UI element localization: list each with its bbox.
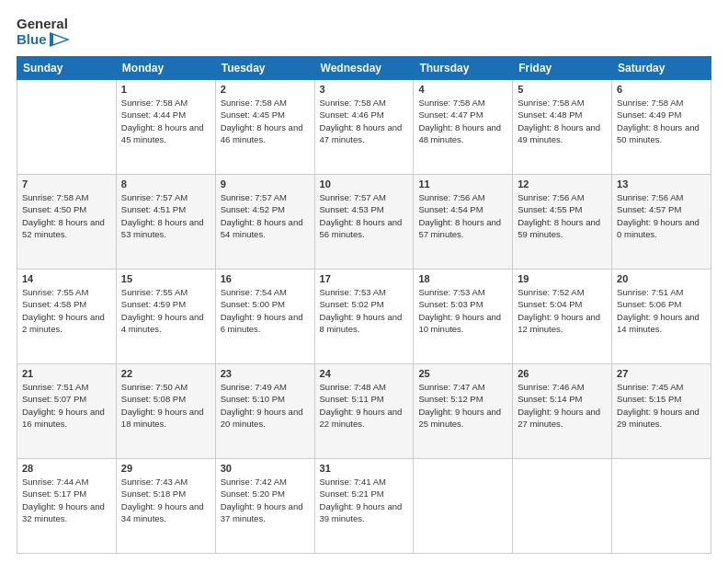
day-info: Sunrise: 7:46 AMSunset: 5:14 PMDaylight:… <box>518 381 607 430</box>
day-number: 11 <box>418 178 507 190</box>
day-info: Sunrise: 7:58 AMSunset: 4:44 PMDaylight:… <box>121 97 210 145</box>
day-info: Sunrise: 7:42 AMSunset: 5:20 PMDaylight:… <box>221 476 310 524</box>
calendar-page: General Blue SundayMondayTuesdayWednesda… <box>0 0 728 563</box>
day-info: Sunrise: 7:53 AMSunset: 5:02 PMDaylight:… <box>320 286 409 335</box>
day-info: Sunrise: 7:53 AMSunset: 5:03 PMDaylight:… <box>418 286 507 335</box>
day-number: 1 <box>121 84 210 95</box>
day-info: Sunrise: 7:57 AMSunset: 4:52 PMDaylight:… <box>221 191 310 240</box>
day-info: Sunrise: 7:56 AMSunset: 4:55 PMDaylight:… <box>518 191 607 240</box>
day-number: 13 <box>617 178 706 190</box>
calendar-table: SundayMondayTuesdayWednesdayThursdayFrid… <box>17 56 711 554</box>
calendar-cell: 12Sunrise: 7:56 AMSunset: 4:55 PMDayligh… <box>513 175 612 270</box>
day-number: 23 <box>221 368 310 379</box>
calendar-cell: 7Sunrise: 7:58 AMSunset: 4:50 PMDaylight… <box>17 175 117 270</box>
day-number: 6 <box>617 84 706 95</box>
day-number: 25 <box>418 368 507 379</box>
day-info: Sunrise: 7:51 AMSunset: 5:06 PMDaylight:… <box>617 286 706 335</box>
calendar-cell: 19Sunrise: 7:52 AMSunset: 5:04 PMDayligh… <box>513 270 612 364</box>
day-info: Sunrise: 7:58 AMSunset: 4:49 PMDaylight:… <box>617 97 706 145</box>
day-info: Sunrise: 7:50 AMSunset: 5:08 PMDaylight:… <box>121 381 210 430</box>
day-info: Sunrise: 7:56 AMSunset: 4:57 PMDaylight:… <box>617 191 706 240</box>
weekday-header-wednesday: Wednesday <box>314 57 414 80</box>
day-info: Sunrise: 7:55 AMSunset: 4:59 PMDaylight:… <box>121 286 210 335</box>
calendar-cell: 8Sunrise: 7:57 AMSunset: 4:51 PMDaylight… <box>116 175 215 270</box>
calendar-cell: 4Sunrise: 7:58 AMSunset: 4:47 PMDaylight… <box>414 80 513 175</box>
calendar-cell: 18Sunrise: 7:53 AMSunset: 5:03 PMDayligh… <box>414 270 513 364</box>
calendar-cell: 13Sunrise: 7:56 AMSunset: 4:57 PMDayligh… <box>612 175 711 270</box>
calendar-cell: 31Sunrise: 7:41 AMSunset: 5:21 PMDayligh… <box>314 459 414 554</box>
week-row-2: 14Sunrise: 7:55 AMSunset: 4:58 PMDayligh… <box>17 270 711 364</box>
day-number: 15 <box>121 273 210 284</box>
weekday-header-tuesday: Tuesday <box>215 57 314 80</box>
calendar-cell: 5Sunrise: 7:58 AMSunset: 4:48 PMDaylight… <box>513 80 612 175</box>
day-info: Sunrise: 7:49 AMSunset: 5:10 PMDaylight:… <box>221 381 310 430</box>
weekday-header-saturday: Saturday <box>612 57 711 80</box>
day-number: 30 <box>221 463 310 474</box>
day-number: 9 <box>221 178 310 190</box>
day-info: Sunrise: 7:41 AMSunset: 5:21 PMDaylight:… <box>320 476 409 524</box>
day-number: 20 <box>617 273 706 284</box>
week-row-4: 28Sunrise: 7:44 AMSunset: 5:17 PMDayligh… <box>17 459 711 554</box>
day-number: 14 <box>22 273 111 284</box>
day-info: Sunrise: 7:43 AMSunset: 5:18 PMDaylight:… <box>121 476 210 524</box>
calendar-cell: 29Sunrise: 7:43 AMSunset: 5:18 PMDayligh… <box>116 459 215 554</box>
logo: General Blue <box>17 17 70 47</box>
day-number: 10 <box>320 178 409 190</box>
week-row-3: 21Sunrise: 7:51 AMSunset: 5:07 PMDayligh… <box>17 364 711 459</box>
calendar-cell: 20Sunrise: 7:51 AMSunset: 5:06 PMDayligh… <box>612 270 711 364</box>
weekday-header-thursday: Thursday <box>414 57 513 80</box>
day-number: 7 <box>22 178 111 190</box>
logo-arrow-icon <box>50 32 70 47</box>
day-info: Sunrise: 7:58 AMSunset: 4:50 PMDaylight:… <box>22 191 111 240</box>
calendar-cell: 9Sunrise: 7:57 AMSunset: 4:52 PMDaylight… <box>215 175 314 270</box>
calendar-cell <box>513 459 612 554</box>
calendar-cell: 30Sunrise: 7:42 AMSunset: 5:20 PMDayligh… <box>215 459 314 554</box>
calendar-header: General Blue <box>17 17 711 47</box>
calendar-cell: 15Sunrise: 7:55 AMSunset: 4:59 PMDayligh… <box>116 270 215 364</box>
calendar-cell: 6Sunrise: 7:58 AMSunset: 4:49 PMDaylight… <box>612 80 711 175</box>
calendar-cell: 16Sunrise: 7:54 AMSunset: 5:00 PMDayligh… <box>215 270 314 364</box>
day-info: Sunrise: 7:58 AMSunset: 4:47 PMDaylight:… <box>418 97 507 145</box>
day-info: Sunrise: 7:58 AMSunset: 4:46 PMDaylight:… <box>320 97 409 145</box>
logo-blue: Blue <box>17 32 70 48</box>
day-info: Sunrise: 7:55 AMSunset: 4:58 PMDaylight:… <box>22 286 111 335</box>
day-number: 2 <box>221 84 310 95</box>
week-row-0: 1Sunrise: 7:58 AMSunset: 4:44 PMDaylight… <box>17 80 711 175</box>
day-number: 28 <box>22 463 111 474</box>
calendar-cell: 2Sunrise: 7:58 AMSunset: 4:45 PMDaylight… <box>215 80 314 175</box>
calendar-cell: 1Sunrise: 7:58 AMSunset: 4:44 PMDaylight… <box>116 80 215 175</box>
calendar-cell <box>612 459 711 554</box>
day-number: 8 <box>121 178 210 190</box>
calendar-cell: 11Sunrise: 7:56 AMSunset: 4:54 PMDayligh… <box>414 175 513 270</box>
calendar-cell: 14Sunrise: 7:55 AMSunset: 4:58 PMDayligh… <box>17 270 117 364</box>
day-info: Sunrise: 7:52 AMSunset: 5:04 PMDaylight:… <box>518 286 607 335</box>
day-number: 27 <box>617 368 706 379</box>
weekday-header-row: SundayMondayTuesdayWednesdayThursdayFrid… <box>17 57 711 80</box>
day-number: 17 <box>320 273 409 284</box>
weekday-header-sunday: Sunday <box>17 57 117 80</box>
calendar-cell: 26Sunrise: 7:46 AMSunset: 5:14 PMDayligh… <box>513 364 612 459</box>
day-number: 29 <box>121 463 210 474</box>
day-number: 22 <box>121 368 210 379</box>
logo-general: General <box>17 17 70 32</box>
day-number: 19 <box>518 273 607 284</box>
day-info: Sunrise: 7:57 AMSunset: 4:53 PMDaylight:… <box>320 191 409 240</box>
calendar-cell <box>17 80 117 175</box>
day-info: Sunrise: 7:45 AMSunset: 5:15 PMDaylight:… <box>617 381 706 430</box>
calendar-cell: 21Sunrise: 7:51 AMSunset: 5:07 PMDayligh… <box>17 364 117 459</box>
day-info: Sunrise: 7:58 AMSunset: 4:48 PMDaylight:… <box>518 97 607 145</box>
calendar-cell: 24Sunrise: 7:48 AMSunset: 5:11 PMDayligh… <box>314 364 414 459</box>
logo-text: General Blue <box>17 17 70 47</box>
day-number: 12 <box>518 178 607 190</box>
calendar-cell: 22Sunrise: 7:50 AMSunset: 5:08 PMDayligh… <box>116 364 215 459</box>
calendar-cell: 17Sunrise: 7:53 AMSunset: 5:02 PMDayligh… <box>314 270 414 364</box>
calendar-cell: 27Sunrise: 7:45 AMSunset: 5:15 PMDayligh… <box>612 364 711 459</box>
day-info: Sunrise: 7:57 AMSunset: 4:51 PMDaylight:… <box>121 191 210 240</box>
day-number: 31 <box>320 463 409 474</box>
day-number: 26 <box>518 368 607 379</box>
day-info: Sunrise: 7:51 AMSunset: 5:07 PMDaylight:… <box>22 381 111 430</box>
day-info: Sunrise: 7:56 AMSunset: 4:54 PMDaylight:… <box>418 191 507 240</box>
day-number: 16 <box>221 273 310 284</box>
calendar-cell <box>414 459 513 554</box>
day-info: Sunrise: 7:58 AMSunset: 4:45 PMDaylight:… <box>221 97 310 145</box>
